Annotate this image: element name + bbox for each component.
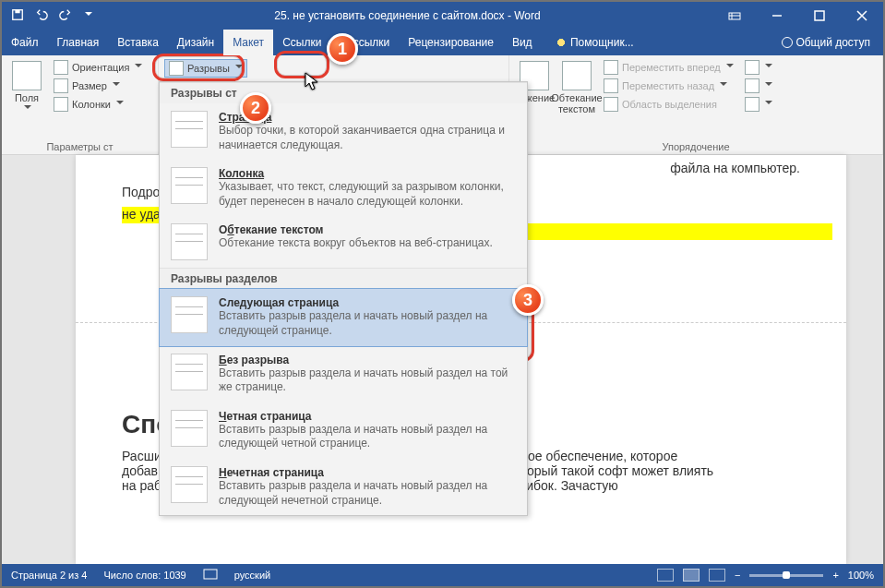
window-title: 25. не установить соединение с сайтом.do… — [102, 9, 713, 22]
odd-page-icon — [171, 466, 208, 503]
tab-view[interactable]: Вид — [503, 30, 542, 55]
margins-button[interactable]: Поля — [7, 59, 46, 139]
page-break-icon — [171, 111, 208, 148]
print-layout-button[interactable] — [683, 569, 700, 582]
save-icon[interactable] — [11, 8, 24, 24]
callout-3: 3 — [512, 284, 544, 316]
doc-text: файла на компьютер. — [670, 161, 800, 175]
wrap-text-button[interactable]: Обтекание текстом — [557, 59, 596, 139]
arrange-group-label: Упорядочение — [515, 139, 877, 154]
breaks-label: Разрывы — [187, 63, 230, 74]
page-setup-group-label: Параметры ст — [7, 139, 152, 154]
item-title: Следующая страница — [219, 296, 516, 309]
tab-design[interactable]: Дизайн — [168, 30, 223, 55]
dropdown-section-sections: Разрывы разделов — [160, 268, 527, 289]
maximize-button[interactable] — [798, 2, 841, 30]
wrap-label: Обтекание текстом — [549, 92, 604, 114]
orientation-icon — [54, 60, 68, 75]
align-button[interactable] — [741, 59, 776, 76]
break-page[interactable]: СтраницаВыбор точки, в которой заканчива… — [160, 103, 527, 160]
callout-2: 2 — [240, 92, 271, 124]
tab-insert[interactable]: Вставка — [108, 30, 168, 55]
status-word-count[interactable]: Число слов: 1039 — [103, 570, 185, 581]
selection-pane-button[interactable]: Область выделения — [600, 96, 737, 113]
bulb-icon — [555, 36, 568, 49]
share-label: Общий доступ — [795, 36, 870, 49]
redo-icon[interactable] — [59, 8, 72, 24]
columns-icon — [54, 97, 68, 112]
breaks-icon — [169, 61, 184, 76]
doc-text: который такой софт может влиять — [508, 463, 713, 478]
wrap-icon — [562, 61, 592, 90]
breaks-button[interactable]: Разрывы — [164, 59, 247, 78]
send-backward-button[interactable]: Переместить назад — [600, 78, 737, 94]
even-page-icon — [171, 410, 208, 447]
selection-pane-label: Область выделения — [622, 99, 717, 110]
size-button[interactable]: Размер — [50, 78, 146, 94]
group-button[interactable] — [741, 78, 776, 94]
next-page-icon — [171, 296, 208, 333]
chevron-down-icon — [116, 101, 124, 108]
doc-text: добав — [122, 463, 158, 478]
status-bar: Страница 2 из 4 Число слов: 1039 русский… — [2, 564, 883, 586]
chevron-down-icon — [235, 65, 243, 72]
tab-references[interactable]: Ссылки — [273, 30, 330, 55]
ribbon-options-icon[interactable] — [713, 2, 756, 30]
mouse-cursor — [305, 72, 319, 92]
chevron-down-icon — [720, 82, 727, 90]
person-icon — [782, 37, 793, 48]
svg-rect-4 — [815, 11, 824, 20]
margins-label: Поля — [15, 92, 39, 103]
chevron-down-icon — [135, 64, 142, 71]
break-continuous[interactable]: Без разрываВставить разрыв раздела и нач… — [160, 346, 527, 402]
read-mode-button[interactable] — [657, 569, 674, 582]
ribbon-tabs: Файл Главная Вставка Дизайн Макет Ссылки… — [2, 30, 883, 55]
close-button[interactable] — [841, 2, 883, 30]
item-desc: Вставить разрыв раздела и начать новый р… — [219, 309, 516, 338]
columns-button[interactable]: Колонки — [50, 96, 146, 113]
zoom-in-button[interactable]: + — [832, 570, 838, 581]
status-language[interactable]: русский — [234, 570, 270, 581]
rotate-button[interactable] — [741, 96, 776, 113]
tab-review[interactable]: Рецензирование — [399, 30, 503, 55]
svg-rect-5 — [204, 570, 217, 579]
orientation-label: Ориентация — [72, 62, 129, 73]
zoom-level[interactable]: 100% — [848, 570, 874, 581]
bring-forward-button[interactable]: Переместить вперед — [600, 59, 737, 76]
orientation-button[interactable]: Ориентация — [50, 59, 146, 76]
tab-file[interactable]: Файл — [2, 30, 48, 55]
doc-text: Расши — [122, 449, 161, 463]
doc-highlight: не уда — [122, 207, 162, 223]
item-desc: Вставить разрыв раздела и начать новый р… — [219, 423, 516, 451]
tab-layout[interactable]: Макет — [223, 30, 273, 55]
item-desc: Вставить разрыв раздела и начать новый р… — [219, 479, 516, 508]
item-desc: Вставить разрыв раздела и начать новый р… — [219, 366, 516, 395]
undo-icon[interactable] — [35, 8, 48, 24]
break-even-page[interactable]: Четная страницаВставить разрыв раздела и… — [160, 402, 527, 459]
zoom-out-button[interactable]: − — [735, 570, 740, 581]
break-column[interactable]: КолонкаУказывает, что текст, следующий з… — [160, 160, 527, 216]
tell-me[interactable]: Помощник... — [545, 30, 643, 55]
align-icon — [745, 60, 759, 75]
status-page[interactable]: Страница 2 из 4 — [11, 570, 87, 581]
bring-forward-label: Переместить вперед — [622, 62, 721, 73]
group-icon — [745, 78, 759, 93]
break-next-page[interactable]: Следующая страницаВставить разрыв раздел… — [160, 289, 527, 345]
chevron-down-icon — [113, 82, 120, 90]
quick-access-toolbar — [2, 8, 102, 24]
share-button[interactable]: Общий доступ — [769, 30, 883, 55]
break-odd-page[interactable]: Нечетная страницаВставить разрыв раздела… — [160, 459, 527, 515]
tab-home[interactable]: Главная — [48, 30, 109, 55]
item-desc: Выбор точки, в которой заканчивается одн… — [219, 124, 516, 152]
continuous-icon — [171, 354, 208, 390]
break-text-wrapping[interactable]: Обтекание текстомОбтекание текста вокруг… — [160, 216, 527, 268]
zoom-slider[interactable] — [749, 574, 823, 577]
qat-customize-icon[interactable] — [85, 12, 92, 19]
proofing-icon[interactable] — [203, 568, 218, 582]
chevron-down-icon — [726, 64, 734, 71]
doc-text: Подро — [122, 185, 160, 199]
web-layout-button[interactable] — [709, 569, 725, 582]
send-backward-icon — [604, 78, 618, 93]
minimize-button[interactable] — [756, 2, 798, 30]
svg-rect-1 — [15, 9, 19, 13]
